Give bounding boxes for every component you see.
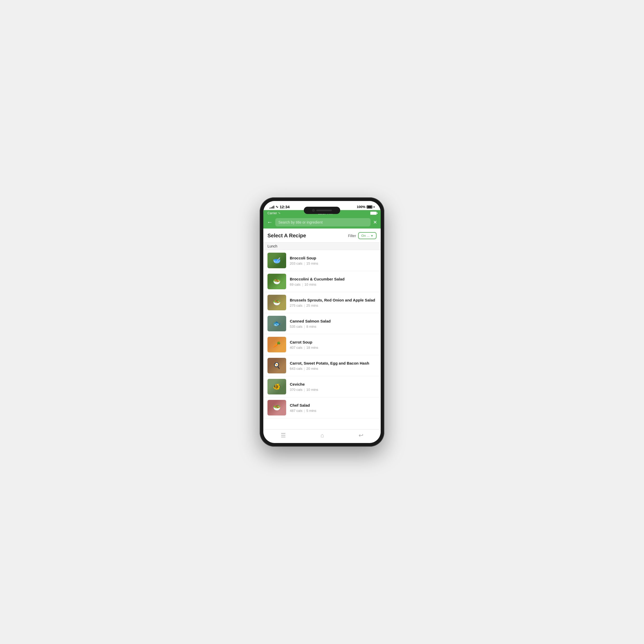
recipe-meta: 69 cals | 10 mins [290, 283, 377, 286]
meta-divider: | [304, 261, 305, 265]
recipe-meta: 535 cals | 8 mins [290, 325, 377, 328]
recipe-info: Carrot, Sweet Potato, Egg and Bacon Hash… [290, 361, 377, 371]
carrier-name: Carrier [267, 211, 277, 215]
recipe-info: Brussels Sprouts, Red Onion and Apple Sa… [290, 298, 377, 307]
recipe-cals: 69 cals [290, 283, 300, 286]
recipe-meta: 643 cals | 20 mins [290, 367, 377, 371]
thumb-emoji: 🥣 [267, 253, 286, 268]
recipe-header: Select A Recipe Filter On ... ▼ [263, 229, 381, 242]
phone-screen: ∿ 12:34 100% Carrier ∿ 11:17 AM [263, 201, 381, 443]
section-label: Lunch [267, 244, 277, 248]
recipe-info: Chef Salad 487 cals | 5 mins [290, 403, 377, 413]
recipe-thumbnail: 🥗 [267, 274, 286, 289]
recipe-item[interactable]: 🥕 Carrot Soup 407 cals | 18 mins [263, 334, 381, 355]
battery-fill [367, 206, 372, 208]
page-title: Select A Recipe [267, 233, 306, 239]
battery-icon [367, 205, 372, 209]
recipe-meta: 275 cals | 25 mins [290, 304, 377, 307]
filter-value: On ... [361, 234, 370, 238]
recipe-thumbnail: 🍳 [267, 358, 286, 373]
recipe-list: 🥣 Broccoli Soup 203 cals | 15 mins 🥗 Bro… [263, 250, 381, 418]
notch-speaker [316, 210, 332, 211]
recipe-thumbnail: 🐠 [267, 379, 286, 394]
battery-tip [374, 206, 374, 208]
recipe-item[interactable]: 🐠 Ceviche 370 cals | 10 mins [263, 376, 381, 397]
recipe-thumbnail: 🥕 [267, 337, 286, 352]
recipe-info: Ceviche 370 cals | 10 mins [290, 382, 377, 392]
meta-divider: | [304, 325, 305, 328]
carrier-battery-icon [370, 212, 377, 215]
recipe-time: 18 mins [306, 346, 318, 350]
recipe-item[interactable]: 🍳 Carrot, Sweet Potato, Egg and Bacon Ha… [263, 355, 381, 376]
recipe-item[interactable]: 🐟 Canned Salmon Salad 535 cals | 8 mins [263, 313, 381, 334]
recipe-time: 10 mins [306, 388, 318, 392]
thumb-emoji: 🍳 [267, 358, 286, 373]
recipe-item[interactable]: 🥗 Brussels Sprouts, Red Onion and Apple … [263, 292, 381, 313]
home-nav-button[interactable]: ⌂ [320, 432, 324, 439]
recipe-time: 20 mins [306, 367, 318, 371]
status-time: 12:34 [280, 205, 290, 209]
notch-camera-lens [312, 209, 315, 212]
phone-device: ∿ 12:34 100% Carrier ∿ 11:17 AM [260, 197, 384, 447]
recipe-cals: 535 cals [290, 325, 302, 328]
signal-bar-4 [273, 206, 274, 209]
recipe-info: Carrot Soup 407 cals | 18 mins [290, 340, 377, 350]
recipe-meta: 203 cals | 15 mins [290, 261, 377, 265]
thumb-emoji: 🐠 [267, 379, 286, 394]
search-bar: ← ✕ [263, 216, 381, 229]
signal-icon [270, 205, 274, 209]
signal-bar-3 [272, 206, 273, 209]
recipe-name: Brussels Sprouts, Red Onion and Apple Sa… [290, 298, 377, 303]
filter-label: Filter [348, 234, 356, 238]
menu-icon: ☰ [281, 432, 286, 439]
recipe-name: Canned Salmon Salad [290, 319, 377, 324]
recipe-cals: 203 cals [290, 261, 302, 265]
carrier-left: Carrier ∿ [267, 211, 280, 215]
status-left: ∿ 12:34 [270, 205, 290, 209]
section-header-lunch: Lunch [263, 242, 381, 250]
thumb-emoji: 🥗 [267, 400, 286, 415]
recipe-name: Broccoli Soup [290, 256, 377, 261]
recipe-thumbnail: 🐟 [267, 316, 286, 331]
clear-button[interactable]: ✕ [373, 219, 377, 225]
recipe-cals: 370 cals [290, 388, 302, 392]
recipe-name: Carrot Soup [290, 340, 377, 345]
filter-dropdown[interactable]: On ... ▼ [358, 232, 377, 239]
recipe-time: 10 mins [305, 283, 317, 286]
search-input[interactable] [275, 218, 371, 226]
back-nav-button[interactable]: ↩ [359, 432, 363, 439]
meta-divider: | [304, 367, 305, 371]
recipe-time: 15 mins [306, 261, 318, 265]
recipe-time: 5 mins [306, 409, 316, 413]
recipe-name: Ceviche [290, 382, 377, 387]
recipe-cals: 407 cals [290, 346, 302, 350]
recipe-cals: 487 cals [290, 409, 302, 413]
recipe-cals: 643 cals [290, 367, 302, 371]
recipe-item[interactable]: 🥣 Broccoli Soup 203 cals | 15 mins [263, 250, 381, 271]
main-content: Select A Recipe Filter On ... ▼ Lunch 🥣 [263, 229, 381, 429]
thumb-emoji: 🐟 [267, 316, 286, 331]
thumb-emoji: 🥗 [267, 274, 286, 289]
recipe-meta: 370 cals | 10 mins [290, 388, 377, 392]
meta-divider: | [304, 304, 305, 307]
menu-nav-button[interactable]: ☰ [281, 432, 286, 439]
signal-bar-2 [271, 207, 272, 209]
recipe-item[interactable]: 🥗 Chef Salad 487 cals | 5 mins [263, 397, 381, 418]
recipe-time: 8 mins [306, 325, 316, 328]
recipe-thumbnail: 🥣 [267, 253, 286, 268]
recipe-name: Broccolini & Cucumber Salad [290, 277, 377, 282]
recipe-item[interactable]: 🥗 Broccolini & Cucumber Salad 69 cals | … [263, 271, 381, 292]
recipe-cals: 275 cals [290, 304, 302, 307]
battery-percent: 100% [357, 205, 365, 209]
recipe-info: Broccoli Soup 203 cals | 15 mins [290, 256, 377, 265]
recipe-thumbnail: 🥗 [267, 400, 286, 415]
back-button[interactable]: ← [267, 219, 273, 226]
phone-notch [304, 207, 340, 214]
recipe-meta: 487 cals | 5 mins [290, 409, 377, 413]
recipe-info: Canned Salmon Salad 535 cals | 8 mins [290, 319, 377, 328]
home-icon: ⌂ [320, 432, 324, 439]
carrier-wifi-icon: ∿ [278, 211, 280, 215]
back-nav-icon: ↩ [359, 432, 363, 439]
meta-divider: | [304, 409, 305, 413]
meta-divider: | [304, 388, 305, 392]
